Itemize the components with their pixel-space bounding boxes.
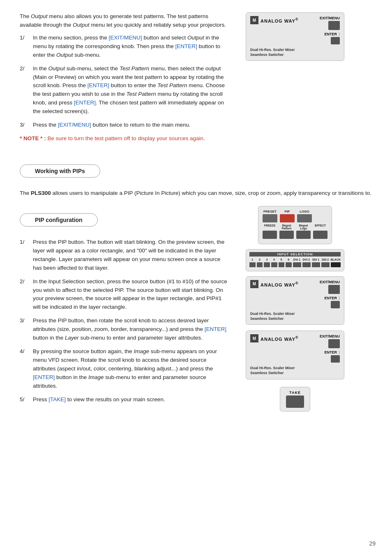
bkgnd-logo-label: Bkgnd Logo [296,224,311,230]
bracket-enter5: [ENTER] [33,374,55,380]
logo-box-1: M [250,16,258,24]
device-header-2: M ANALOG WAY® EXIT/MENU ENTER 〉 [250,280,340,309]
freeze-btn[interactable] [263,231,277,239]
pip-step-2: 2/ In the Input Selection section, press… [20,278,229,312]
bracket-enter1: [ENTER] [175,43,197,49]
reg-sym-1: ® [295,17,299,21]
freeze-label: FREEZE [263,224,277,230]
step-num-1: 1/ [20,34,33,60]
input-btn-sdi1[interactable] [312,262,320,267]
chevron-right-3: 〉 [339,350,340,355]
pip-btn-row-2 [263,231,327,239]
device-footer-1: Dual Hi-Res. Scaler MixerSeamless Switch… [250,48,340,57]
italic-testpat3: Test Pattern [126,91,156,97]
bracket-exit1: [EXIT/MENU] [109,35,142,41]
pip-step-text-3: Press the PIP button, then rotate the sc… [33,317,229,342]
pip-label: PIP [280,210,295,213]
device-footer-3: Dual Hi-Res. Scaler MixerSeamless Switch… [250,366,340,375]
take-panel-box: TAKE [280,387,310,412]
bkgnd-pat-btn[interactable] [279,231,294,239]
pls300-bold: PLS300 [31,190,51,196]
enter-row-3: ENTER 〉 [324,350,340,355]
right-side-btns-3: EXIT/MENU ENTER 〉 [320,334,340,363]
step-2: 2/ In the Output sub-menu, select the Te… [20,65,229,116]
page-number: 29 [369,540,376,547]
device-footer-2: Dual Hi-Res. Scaler MixerSeamless Switch… [250,312,340,321]
logo-text-3: ANALOG WAY® [261,335,298,342]
section-heading-pip-config: PIP configuration [20,213,98,227]
bkgnd-pat-label: Bkgnd Pattern [279,224,294,230]
pip-step-text-1: Press the PIP button. The button will st… [33,238,229,273]
note-bold: * NOTE * : [20,135,46,141]
input-num-4: 4 [271,258,277,261]
input-selection-label: INPUT SELECTION [249,252,341,257]
input-nums-row: 1 2 3 4 5 6 DVI 1 DVI 2 SDI 1 SDI 2 BLAC… [249,258,341,261]
exit-btn-3[interactable] [328,339,340,348]
exit-btn-1[interactable] [328,21,340,30]
input-dvi2: DVI 2 [302,258,310,261]
italic-image: Image [134,348,149,354]
pip-step-1: 1/ Press the PIP button. The button will… [20,238,229,273]
pip-step-5: 5/ Press [TAKE] to view the results on y… [20,395,229,404]
logo-text-2: ANALOG WAY® [261,281,298,287]
step-num-2: 2/ [20,65,33,116]
step-text-2: In the Output sub-menu, select the Test … [33,65,229,116]
input-btn-dvi1[interactable] [293,262,301,267]
italic-output5: Output [48,65,65,72]
device-logo-2: M ANALOG WAY® [250,280,298,288]
note-text: * NOTE * : Be sure to turn the test patt… [20,134,229,143]
logo-box-2: M [250,280,258,288]
input-btn-2[interactable] [257,262,263,267]
preset-label: PRESET [263,210,277,213]
input-btn-dvi2[interactable] [302,262,311,267]
device-panel-1: M ANALOG WAY® EXIT/MENU ENTER 〉 [246,12,344,61]
preset-btn[interactable] [263,214,277,222]
step-text-1: In the menu section, press the [EXIT/MEN… [33,34,229,60]
device-logo-3: M ANALOG WAY® [250,334,298,342]
enter-btn-1[interactable] [331,37,340,44]
input-num-2: 2 [257,258,263,261]
input-black: BLACK [331,258,341,261]
enter-btn-2[interactable] [331,301,340,308]
italic-image2: Image [88,374,104,380]
pip-step-num-1: 1/ [20,238,33,273]
enter-row-2: ENTER 〉 [324,296,340,301]
exit-menu-label-3: EXIT/MENU [320,334,340,338]
input-btn-4[interactable] [271,262,277,267]
device-subtitle-3: Dual Hi-Res. Scaler MixerSeamless Switch… [250,366,340,375]
bracket-enter3: [ENTER] [74,99,96,106]
input-sdi1: SDI 1 [311,258,320,261]
input-btns-row [249,262,341,267]
device-subtitle-2: Dual Hi-Res. Scaler MixerSeamless Switch… [250,312,340,321]
input-btn-3[interactable] [264,262,270,267]
logo-btn[interactable] [297,214,312,222]
pip-step-num-2: 2/ [20,278,33,312]
enter-btn-3[interactable] [331,355,340,363]
input-btn-1[interactable] [249,262,256,267]
input-btn-6[interactable] [286,262,292,267]
bracket-enter4: [ENTER] [205,326,226,332]
input-btn-5[interactable] [279,262,285,267]
device-panel-3: M ANALOG WAY® EXIT/MENU ENTER 〉 [246,331,344,379]
pip-btn[interactable] [280,214,295,222]
take-btn[interactable] [286,395,304,408]
exit-btn-2[interactable] [328,285,340,294]
right-side-btns-2: EXIT/MENU ENTER 〉 [320,280,340,309]
italic-testpat1: Test Pattern [120,65,149,72]
section-heading-pips: Working with PIPs [20,164,100,178]
pip-step-3: 3/ Press the PIP button, then rotate the… [20,317,229,342]
pip-btn-row-1 [263,214,327,222]
bkgnd-logo-btn[interactable] [296,231,311,239]
intro-left: The Output menu also allows you to gener… [20,12,238,150]
input-btn-black[interactable] [331,262,341,267]
chevron-right-1: 〉 [339,32,340,37]
logo-text-1: ANALOG WAY® [261,17,298,23]
device-header-3: M ANALOG WAY® EXIT/MENU ENTER 〉 [250,334,340,363]
input-btn-sdi2[interactable] [321,262,330,267]
effect-btn[interactable] [313,231,327,239]
input-num-6: 6 [286,258,292,261]
take-section: TAKE [280,387,310,412]
pip-step-text-2: In the Input Selection section, press th… [33,278,229,312]
device-panel-2: M ANALOG WAY® EXIT/MENU ENTER 〉 [246,276,344,325]
enter-label-1: ENTER [324,32,337,36]
